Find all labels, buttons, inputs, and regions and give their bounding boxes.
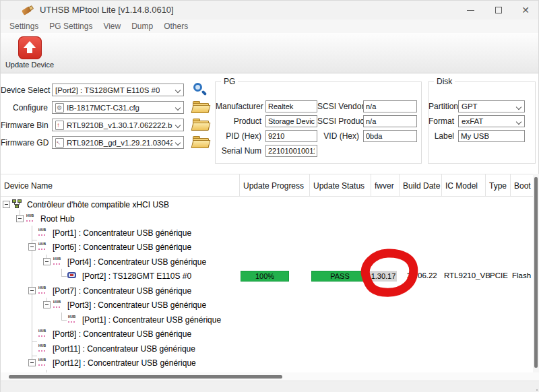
collapse-icon[interactable] [28, 359, 36, 366]
minimize-button[interactable] [455, 1, 486, 20]
firmware-gd-row: Firmware GD RTL9210B_gd_v1.29.21.030422.… [1, 136, 184, 149]
configure-label: Configure [1, 103, 52, 112]
menu-bar: Settings PG Settings View Dump Others [1, 20, 538, 33]
tree-item-port4[interactable]: HUB [Port4] : Concentrateur USB génériqu… [1, 255, 243, 269]
tree-item-root-hub[interactable]: HUB Root Hub [1, 211, 243, 226]
menu-view[interactable]: View [98, 20, 126, 32]
collapse-icon[interactable] [16, 215, 24, 222]
ic-model-cell: RTL9210_VB [444, 271, 490, 280]
firmware-gd-label: Firmware GD [1, 138, 52, 148]
horizontal-scrollbar-thumb[interactable] [9, 375, 282, 379]
collapse-icon[interactable] [43, 258, 51, 265]
tree-item-port2-device[interactable]: [Port2] : TS128GMT E110S #0 [1, 269, 243, 283]
horizontal-scrollbar[interactable] [1, 372, 539, 381]
volume-label-field[interactable] [458, 130, 525, 142]
tree-item-port6[interactable]: HUB [Port6] : Concentrateur USB génériqu… [1, 240, 243, 254]
col-boot[interactable]: Boot [511, 174, 533, 197]
hub-icon: HUB [37, 344, 49, 354]
tree-item-label: [Port7] : Concentrateur USB générique [53, 286, 191, 296]
chevron-down-icon [517, 105, 521, 110]
tree-item-port7[interactable]: HUB [Port7] : Concentrateur USB génériqu… [1, 284, 243, 298]
tree-item-port1[interactable]: HUB [Port1] : Concentrateur USB génériqu… [1, 226, 243, 240]
col-build-date[interactable]: Build Date [400, 174, 442, 197]
firmware-gd-value: RTL9210B_gd_v1.29.21.030422.bin [67, 139, 172, 147]
col-ic-model[interactable]: IC Model [442, 174, 486, 197]
vertical-scrollbar[interactable] [533, 174, 539, 372]
vertical-scrollbar-thumb[interactable] [534, 177, 538, 368]
search-device-button[interactable] [192, 82, 208, 98]
fwver-cell[interactable]: 1.30.17 [370, 271, 397, 282]
toolbar [1, 33, 538, 73]
tree-item-label: [Port6] : Concentrateur USB générique [53, 242, 191, 252]
menu-pg-settings[interactable]: PG Settings [44, 20, 98, 32]
firmware-bin-combo[interactable]: RTL9210B_v1.30.17.062222.bin [52, 119, 184, 131]
tree-item-label: [Port2] : TS128GMT E110S #0 [82, 271, 191, 281]
update-status-badge: PASS [311, 271, 369, 282]
scsi-vendor-field[interactable] [363, 100, 417, 112]
chevron-down-icon [176, 123, 181, 128]
title-bar[interactable]: UTHSB MPtool Lite [v1.14.8.0610] ✕ [1, 1, 538, 20]
chevron-down-icon [176, 106, 181, 110]
tree-item-xhci-controller[interactable]: Contrôleur d'hôte compatible xHCI USB [1, 197, 243, 211]
col-type[interactable]: Type [486, 174, 511, 197]
update-device-button[interactable]: Update Device [2, 34, 57, 71]
hub-icon: HUB [37, 286, 49, 296]
serial-num-field[interactable] [265, 145, 317, 157]
collapse-icon[interactable] [3, 201, 10, 208]
browse-firmware-gd-button[interactable] [192, 135, 210, 148]
tree-item-label: [Port12] : Concentrateur USB générique [53, 358, 196, 368]
folder-icon [191, 105, 211, 113]
manufacturer-label: Manufacturer [216, 102, 265, 111]
tree-item-port1-inner[interactable]: HUB [Port1] : Concentrateur USB génériqu… [1, 313, 243, 327]
tree-item-port3[interactable]: HUB [Port3] : Concentrateur USB génériqu… [1, 298, 243, 312]
config-file-icon [55, 103, 64, 112]
collapse-icon[interactable] [28, 287, 36, 294]
hub-icon: HUB [67, 315, 78, 325]
usb-device-icon [67, 271, 78, 281]
table-header: Device Name Update Progress Update Statu… [1, 174, 533, 197]
firmware-bin-label: Firmware Bin [1, 121, 52, 130]
tree-item-label: Contrôleur d'hôte compatible xHCI USB [27, 200, 169, 209]
format-value: exFAT [462, 117, 483, 125]
vid-field[interactable] [363, 130, 417, 142]
configure-value: IB-1817MCT-C31.cfg [67, 104, 139, 112]
product-field[interactable] [265, 115, 317, 127]
browse-configure-button[interactable] [192, 100, 210, 113]
col-fwver[interactable]: fwver [371, 174, 400, 197]
firmware-gd-combo[interactable]: RTL9210B_gd_v1.29.21.030422.bin [52, 136, 184, 149]
menu-dump[interactable]: Dump [126, 20, 158, 32]
partition-value: GPT [462, 102, 478, 110]
browse-firmware-bin-button[interactable] [192, 118, 210, 131]
chevron-down-icon [176, 88, 181, 93]
menu-settings[interactable]: Settings [4, 20, 44, 32]
collapse-icon[interactable] [43, 301, 51, 308]
scsi-product-field[interactable] [363, 115, 417, 127]
device-select-combo[interactable]: [Port2] : TS128GMT E110S #0 [52, 84, 184, 96]
tree-item-port8[interactable]: HUB [Port8] : Concentrateur USB génériqu… [1, 327, 243, 341]
pid-field[interactable] [265, 130, 317, 142]
collapse-icon[interactable] [28, 243, 36, 251]
tree-item-port11[interactable]: HUB [Port11] : Concentrateur USB génériq… [1, 341, 243, 356]
firmware-file-icon [55, 121, 64, 130]
resize-grip-icon[interactable] [536, 389, 538, 391]
col-update-progress[interactable]: Update Progress [240, 174, 310, 197]
chevron-down-icon [176, 141, 181, 145]
format-combo[interactable]: exFAT [458, 115, 525, 127]
close-icon: ✕ [521, 5, 530, 15]
boot-cell: Flash [512, 271, 531, 280]
manufacturer-field[interactable] [265, 100, 317, 112]
col-update-status[interactable]: Update Status [310, 174, 371, 197]
tree-item-label: [Port11] : Concentrateur USB générique [53, 344, 195, 354]
configure-combo[interactable]: IB-1817MCT-C31.cfg [52, 101, 184, 114]
partition-label: Partition [429, 102, 458, 111]
pg-groupbox-title: PG [221, 77, 238, 86]
partition-combo[interactable]: GPT [458, 100, 525, 112]
hub-icon: HUB [37, 228, 49, 238]
menu-others[interactable]: Others [158, 20, 193, 32]
tree-item-port12[interactable]: HUB [Port12] : Concentrateur USB génériq… [1, 356, 243, 370]
close-button[interactable]: ✕ [510, 1, 539, 20]
device-select-label: Device Select [1, 86, 52, 95]
update-device-icon [18, 36, 42, 59]
col-device-name[interactable]: Device Name [1, 174, 240, 197]
disk-groupbox-title: Disk [434, 77, 455, 86]
